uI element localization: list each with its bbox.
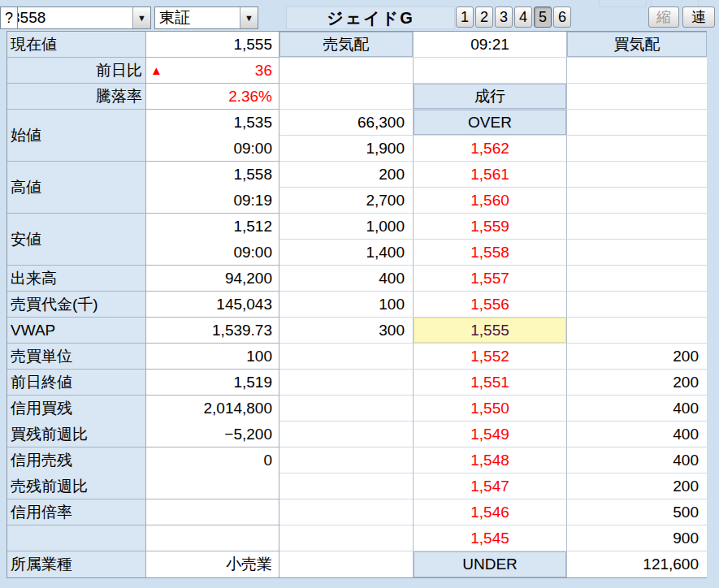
sell-qty-cell[interactable] (279, 84, 414, 110)
buy-qty-cell[interactable]: 900 (567, 525, 707, 551)
buy-qty-cell[interactable] (567, 318, 707, 344)
info-value-cell: 2.36% (146, 84, 279, 110)
buy-qty-cell[interactable] (567, 136, 707, 162)
price-cell[interactable]: 1,557 (414, 266, 567, 292)
price-cell[interactable]: 1,551 (414, 370, 567, 396)
sell-qty-cell[interactable] (279, 525, 414, 551)
buy-qty-cell[interactable] (567, 266, 707, 292)
buy-qty-cell[interactable] (567, 292, 707, 318)
buy-qty-cell[interactable]: 400 (567, 422, 707, 447)
info-value-cell: 1,53509:00 (146, 110, 279, 162)
buy-qty-cell[interactable]: 500 (567, 499, 707, 525)
price-cell[interactable]: 1,550 (414, 396, 567, 422)
buy-qty-cell[interactable] (567, 162, 707, 188)
chevron-down-icon[interactable]: ▼ (132, 7, 150, 28)
info-label-cell: 騰落率 (7, 84, 146, 110)
sell-qty-cell[interactable]: 300 (279, 318, 414, 344)
buy-qty-cell[interactable] (567, 188, 707, 214)
page-button-4[interactable]: 4 (514, 6, 532, 28)
sell-qty-cell[interactable]: 1,400 (279, 240, 414, 266)
info-value-cell (146, 499, 279, 525)
price-cell[interactable]: 1,549 (414, 422, 567, 447)
buy-qty-cell[interactable]: 200 (567, 473, 707, 499)
info-label-cell: 信用倍率 (7, 499, 146, 525)
page-button-6[interactable]: 6 (553, 6, 571, 28)
buy-qty-cell[interactable] (567, 214, 707, 240)
info-label-cell: 出来高 (7, 266, 146, 292)
page-button-1[interactable]: 1 (456, 6, 474, 28)
sell-qty-cell[interactable]: 1,900 (279, 136, 414, 162)
price-cell[interactable]: 1,552 (414, 344, 567, 370)
market-label[interactable]: 東証 (155, 7, 240, 28)
info-value-cell: 2,014,800−5,200 (146, 396, 279, 447)
info-value-cell: 1,539.73 (146, 318, 279, 344)
stock-name-title: ジェイドG (286, 6, 455, 29)
toolbar: 3558 ▼ 東証 ▼ ? ジェイドG 123456 縮 連 (0, 0, 719, 31)
price-cell[interactable]: 1,555 (414, 318, 567, 344)
price-cell[interactable]: 1,545 (414, 525, 567, 551)
buy-qty-cell[interactable] (567, 58, 707, 84)
sell-qty-cell[interactable] (279, 422, 414, 447)
buy-qty-cell[interactable]: 200 (567, 370, 707, 396)
symbol-code[interactable]: 3558 (7, 7, 132, 28)
market-combobox[interactable]: 東証 ▼ (154, 6, 258, 29)
sell-qty-cell[interactable] (279, 447, 414, 473)
buy-qty-cell[interactable] (567, 110, 707, 136)
info-label-cell: 売買代金(千) (7, 292, 146, 318)
price-cell[interactable]: 1,556 (414, 292, 567, 318)
sell-qty-cell[interactable] (279, 370, 414, 396)
info-label-cell: 高値 (7, 162, 146, 214)
sell-qty-cell[interactable]: 2,700 (279, 188, 414, 214)
price-cell[interactable]: UNDER (414, 551, 567, 577)
sell-qty-cell[interactable]: 400 (279, 266, 414, 292)
sell-qty-cell[interactable] (279, 396, 414, 422)
sell-qty-cell[interactable] (279, 58, 414, 84)
shrink-button[interactable]: 縮 (648, 6, 679, 28)
info-label-cell: VWAP (7, 318, 146, 344)
price-cell[interactable]: 1,562 (414, 136, 567, 162)
info-grid: 現在値1,555前日比▲36騰落率2.36%始値1,53509:00高値1,55… (7, 32, 279, 577)
page-button-3[interactable]: 3 (495, 6, 513, 28)
symbol-combobox[interactable]: 3558 ▼ (6, 6, 151, 29)
price-cell[interactable]: 1,546 (414, 499, 567, 525)
info-value-cell: 1,55809:19 (146, 162, 279, 214)
page-button-2[interactable]: 2 (475, 6, 493, 28)
price-cell[interactable]: 1,548 (414, 447, 567, 473)
buy-header-cell: 買気配 (567, 32, 707, 58)
price-cell[interactable]: 1,558 (414, 240, 567, 266)
buy-qty-cell[interactable]: 400 (567, 447, 707, 473)
sell-qty-cell[interactable] (279, 551, 414, 577)
chevron-down-icon[interactable]: ▼ (240, 7, 258, 28)
sell-qty-cell[interactable]: 66,300 (279, 110, 414, 136)
sell-qty-cell[interactable]: 100 (279, 292, 414, 318)
price-cell[interactable]: 1,561 (414, 162, 567, 188)
info-value-cell: 145,043 (146, 292, 279, 318)
sell-qty-cell[interactable]: 200 (279, 162, 414, 188)
info-label-cell: 売買単位 (7, 344, 146, 370)
price-cell[interactable] (414, 58, 567, 84)
link-button[interactable]: 連 (682, 6, 715, 28)
sell-qty-cell[interactable]: 1,000 (279, 214, 414, 240)
price-cell[interactable]: 1,559 (414, 214, 567, 240)
price-cell[interactable]: OVER (414, 110, 567, 136)
info-label-cell: 始値 (7, 110, 146, 162)
time-cell: 09:21 (414, 32, 567, 58)
buy-qty-cell[interactable] (567, 240, 707, 266)
sell-qty-cell[interactable] (279, 473, 414, 499)
buy-qty-cell[interactable] (567, 84, 707, 110)
price-cell[interactable]: 1,547 (414, 473, 567, 499)
help-button[interactable]: ? (0, 6, 18, 29)
price-cell[interactable]: 1,560 (414, 188, 567, 214)
sell-qty-cell[interactable] (279, 344, 414, 370)
buy-qty-cell[interactable]: 400 (567, 396, 707, 422)
info-value-cell: 0 (146, 447, 279, 499)
buy-qty-cell[interactable]: 200 (567, 344, 707, 370)
info-label-cell: 信用売残売残前週比 (7, 447, 146, 499)
info-label-cell: 前日比 (7, 58, 146, 84)
page-button-5[interactable]: 5 (534, 6, 552, 28)
sell-qty-cell[interactable] (279, 499, 414, 525)
price-cell[interactable]: 成行 (414, 84, 567, 110)
stock-board-window: 3558 ▼ 東証 ▼ ? ジェイドG 123456 縮 連 現在値1,555前… (0, 0, 719, 588)
buy-qty-cell[interactable]: 121,600 (567, 551, 707, 577)
info-label-cell: 所属業種 (7, 551, 146, 577)
